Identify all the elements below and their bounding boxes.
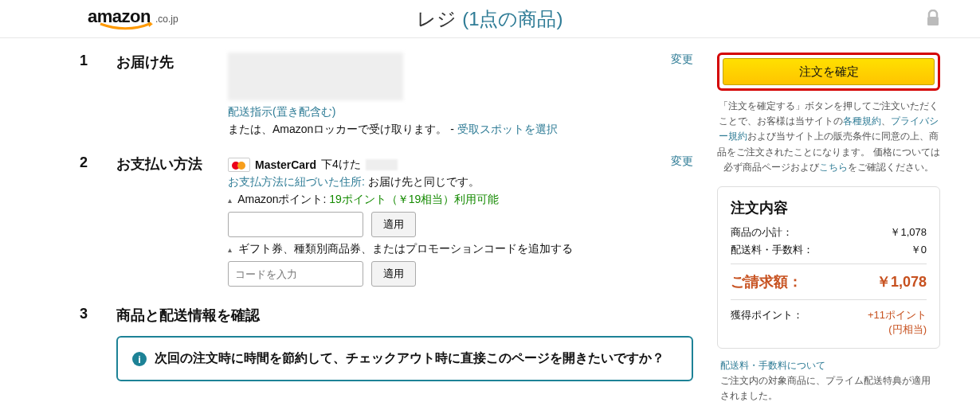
page-title: レジ (1点の商品) (417, 6, 563, 32)
earned-points-sub: (円相当) (888, 323, 927, 335)
gift-code-toggle[interactable]: ギフト券、種類別商品券、またはプロモーションコードを追加する (238, 242, 573, 255)
points-prefix: Amazonポイント: (237, 193, 329, 205)
title-prefix: レジ (417, 8, 457, 29)
step-title: 商品と配送情報を確認 (116, 306, 693, 325)
caret-icon[interactable]: ▴ (228, 245, 232, 254)
info-icon: i (132, 352, 147, 366)
points-input[interactable] (228, 212, 363, 237)
shipping-value: ￥0 (911, 243, 927, 257)
apply-code-button[interactable]: 適用 (371, 261, 416, 287)
caret-icon[interactable]: ▴ (228, 196, 232, 205)
points-available: 19ポイント（￥19相当）利用可能 (329, 193, 499, 205)
order-summary-panel: 注文を確定 「注文を確定する」ボタンを押してご注文いただくことで、お客様は当サイ… (717, 53, 940, 404)
card-brand: MasterCard (255, 158, 316, 171)
shipping-note: 配送料・手数料について ご注文内の対象商品に、プライム配送特典が適用されました。 (717, 349, 940, 404)
price-info-link[interactable]: こちら (819, 162, 848, 173)
change-payment-link[interactable]: 変更 (671, 154, 693, 167)
smile-icon (99, 22, 155, 32)
section-review: 3 商品と配送情報を確認 i 次回の注文時に時間を節約して、チェックアウト時に直… (80, 306, 693, 381)
logo-suffix: .co.jp (155, 14, 178, 25)
terms-link[interactable]: 各種規約 (843, 115, 881, 127)
shipping-fee-link[interactable]: 配送料・手数料について (720, 360, 825, 371)
address-redacted (228, 53, 403, 100)
promo-text: 次回の注文時に時間を節約して、チェックアウト時に直接このページを開きたいですか？ (155, 350, 664, 367)
logo[interactable]: amazon .co.jp (88, 6, 178, 27)
change-shipping-link[interactable]: 変更 (671, 53, 693, 65)
promo-banner[interactable]: i 次回の注文時に時間を節約して、チェックアウト時に直接このページを開きたいです… (116, 336, 693, 381)
locker-link[interactable]: 受取スポットを選択 (457, 123, 558, 135)
summary-title: 注文内容 (731, 198, 927, 217)
apply-points-button[interactable]: 適用 (371, 212, 416, 237)
place-order-button[interactable]: 注文を確定 (723, 58, 935, 85)
card-last4-label: 下4けた (321, 158, 361, 172)
item-count: (1点の商品) (462, 8, 563, 29)
subtotal-value: ￥1,078 (890, 225, 927, 240)
promo-code-input[interactable] (228, 261, 363, 287)
order-button-highlight: 注文を確定 (717, 53, 940, 91)
step-title: お届け先 (116, 53, 228, 140)
step-number: 3 (80, 306, 116, 381)
subtotal-label: 商品の小計： (731, 225, 793, 240)
header: amazon .co.jp レジ (1点の商品) (0, 0, 980, 38)
total-value: ￥1,078 (876, 272, 927, 291)
svg-rect-0 (927, 17, 939, 25)
locker-text: または、Amazonロッカーで受け取ります。 - (228, 123, 457, 135)
mastercard-icon (228, 158, 250, 172)
checkout-steps: 1 お届け先 配送指示(置き配含む) または、Amazonロッカーで受け取ります… (80, 53, 693, 404)
earned-points-value: +11ポイント (868, 309, 927, 321)
step-number: 1 (80, 53, 116, 140)
payment-address-text: お届け先と同じです。 (368, 175, 480, 188)
shipping-label: 配送料・手数料： (731, 243, 813, 257)
lock-icon (926, 10, 940, 29)
earned-points-label: 獲得ポイント： (731, 308, 803, 337)
section-payment: 2 お支払い方法 MasterCard 下4けた お支払方法に紐づいた住所: お… (80, 154, 693, 291)
step-number: 2 (80, 154, 116, 291)
total-label: ご請求額： (731, 272, 802, 291)
step-title: お支払い方法 (116, 154, 228, 291)
legal-text: 「注文を確定する」ボタンを押してご注文いただくことで、お客様は当サイトの各種規約… (717, 99, 940, 175)
payment-address-link[interactable]: お支払方法に紐づいた住所: (228, 175, 365, 188)
section-shipping: 1 お届け先 配送指示(置き配含む) または、Amazonロッカーで受け取ります… (80, 53, 693, 140)
card-last4-redacted (366, 159, 398, 170)
summary-box: 注文内容 商品の小計： ￥1,078 配送料・手数料： ￥0 ご請求額： ￥1,… (717, 186, 940, 349)
delivery-instructions-link[interactable]: 配送指示(置き配含む) (228, 105, 335, 118)
shipping-note-text: ご注文内の対象商品に、プライム配送特典が適用されました。 (720, 375, 931, 401)
